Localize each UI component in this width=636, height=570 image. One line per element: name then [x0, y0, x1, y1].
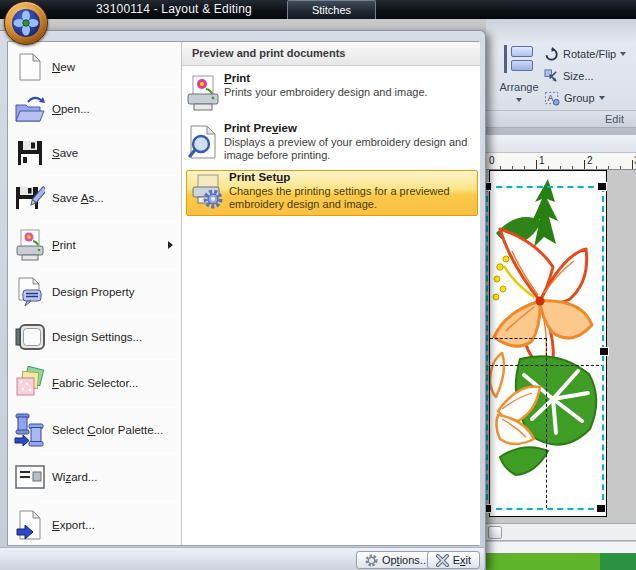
- thread-palette-bar[interactable]: [600, 553, 636, 570]
- application-menu-button[interactable]: [4, 1, 48, 45]
- print-icon: [12, 228, 48, 262]
- horizontal-ruler: 0 1 2 3: [486, 153, 636, 170]
- selection-handle[interactable]: [597, 182, 607, 191]
- exit-button[interactable]: Exit: [427, 551, 480, 569]
- titlebar: 33100114 - Layout & Editing Stitches: [0, 0, 636, 19]
- window-title: 33100114 - Layout & Editing: [96, 2, 252, 16]
- menu-label: O: [52, 103, 61, 115]
- export-icon: [12, 509, 48, 541]
- scrollbar-thumb[interactable]: [488, 526, 502, 539]
- statusbar-edge: [486, 542, 636, 553]
- menu-label: P: [52, 239, 60, 251]
- wizard-icon: [12, 464, 48, 490]
- application-menu: New Open... Save: [0, 30, 486, 570]
- print-preview-icon: [182, 122, 224, 168]
- chevron-down-icon: [620, 52, 626, 56]
- gear-icon: [365, 554, 378, 567]
- submenu-header: Preview and print documents: [182, 42, 480, 66]
- group-icon: A: [544, 91, 560, 106]
- menu-label: olor Palette...: [95, 424, 163, 436]
- arrange-label: Arrange: [499, 81, 538, 93]
- submenu-item-title: Print Preview: [224, 122, 473, 134]
- design-workspace[interactable]: [486, 170, 636, 570]
- rotate-flip-label: Rotate/Flip: [563, 48, 616, 60]
- arrange-icon: [502, 43, 536, 75]
- file-menu-column: New Open... Save: [8, 42, 181, 545]
- menu-item-print[interactable]: Print: [8, 223, 181, 267]
- print-large-icon: [182, 72, 224, 118]
- options-button[interactable]: Options...: [356, 551, 438, 569]
- menu-label: ave: [60, 147, 79, 159]
- new-document-icon: [12, 52, 48, 82]
- size-button[interactable]: Size...: [544, 67, 594, 85]
- app-window: 33100114 - Layout & Editing Stitches Arr…: [0, 0, 636, 570]
- menu-label: abric Selector...: [59, 377, 138, 389]
- submenu-item-desc: Displays a preview of your embroidery de…: [224, 136, 473, 161]
- menu-label: pen...: [61, 103, 90, 115]
- ribbon-edit-group: Arrange Rotate/Flip Size... A Group Edit: [486, 19, 636, 128]
- design-settings-icon: [12, 323, 48, 351]
- menu-label: Design Settings...: [52, 331, 142, 343]
- print-setup-icon: [187, 171, 229, 215]
- submenu-item-title: Print: [224, 72, 473, 84]
- svg-text:A: A: [548, 93, 554, 103]
- ribbon-group-footer: Edit: [486, 110, 636, 127]
- ruler-tick-label: 0: [489, 155, 495, 166]
- submenu-item-title: Print Setup: [229, 171, 469, 183]
- menu-footer: Options... Exit: [0, 547, 484, 570]
- flower-logo-icon: [12, 9, 40, 37]
- arrange-button[interactable]: Arrange: [494, 43, 544, 105]
- thread-palette-bar[interactable]: [486, 553, 600, 570]
- menu-item-save-as[interactable]: Save As...: [8, 177, 181, 219]
- menu-label: ard...: [71, 471, 97, 483]
- design-property-icon: [12, 276, 48, 308]
- fabric-selector-icon: [12, 366, 48, 400]
- menu-item-design-property[interactable]: Design Property: [8, 271, 181, 313]
- print-submenu-panel: Preview and print documents Print Prints…: [181, 42, 480, 545]
- canvas-toolbar: [486, 135, 636, 153]
- menu-item-new[interactable]: New: [8, 47, 181, 87]
- menu-item-design-settings[interactable]: Design Settings...: [8, 317, 181, 357]
- menu-label: Wi: [52, 471, 65, 483]
- ruler-tick-label: 2: [587, 155, 593, 166]
- ribbon-bottom-edge: [486, 128, 636, 135]
- open-folder-icon: [12, 94, 48, 124]
- menu-label: rint: [60, 239, 76, 251]
- menu-label: s...: [88, 192, 103, 204]
- group-button[interactable]: A Group: [544, 89, 605, 107]
- chevron-down-icon: [516, 98, 522, 102]
- rotate-icon: [544, 47, 559, 62]
- submenu-item-desc: Changes the printing settings for a prev…: [229, 185, 469, 210]
- menu-label: Design Property: [52, 286, 134, 298]
- ruler-tick-label: 1: [539, 155, 545, 166]
- submenu-item-print[interactable]: Print Prints your embroidery design and …: [182, 72, 481, 118]
- menu-label: F: [52, 377, 59, 389]
- menu-item-save[interactable]: Save: [8, 133, 181, 173]
- size-label: Size...: [563, 70, 594, 82]
- menu-item-select-color-palette[interactable]: Select Color Palette...: [8, 409, 181, 451]
- tab-stitches[interactable]: Stitches: [287, 0, 376, 19]
- close-icon: [436, 554, 449, 567]
- save-as-icon: [12, 183, 48, 213]
- submenu-item-print-setup[interactable]: Print Setup Changes the printing setting…: [186, 170, 478, 216]
- submenu-item-print-preview[interactable]: Print Preview Displays a preview of your…: [182, 122, 481, 168]
- menu-item-open[interactable]: Open...: [8, 89, 181, 129]
- menu-label: Save: [52, 192, 81, 204]
- menu-label: ew: [60, 61, 75, 73]
- menu-label: Select: [52, 424, 87, 436]
- menu-item-fabric-selector[interactable]: Fabric Selector...: [8, 361, 181, 405]
- menu-item-export[interactable]: Export...: [8, 503, 181, 547]
- menu-label: E: [52, 519, 60, 531]
- selection-rectangle[interactable]: [486, 186, 604, 510]
- rotate-flip-button[interactable]: Rotate/Flip: [544, 45, 626, 63]
- group-label: Group: [564, 92, 595, 104]
- selection-handle[interactable]: [599, 347, 609, 356]
- menu-label: xport...: [60, 519, 95, 531]
- menu-label: S: [52, 147, 60, 159]
- submenu-item-desc: Prints your embroidery design and image.: [224, 86, 473, 99]
- horizontal-scrollbar[interactable]: [486, 523, 636, 541]
- selection-handle[interactable]: [596, 504, 606, 513]
- color-palette-icon: [12, 412, 48, 448]
- menu-item-wizard[interactable]: Wizard...: [8, 455, 181, 499]
- size-icon: [544, 69, 559, 84]
